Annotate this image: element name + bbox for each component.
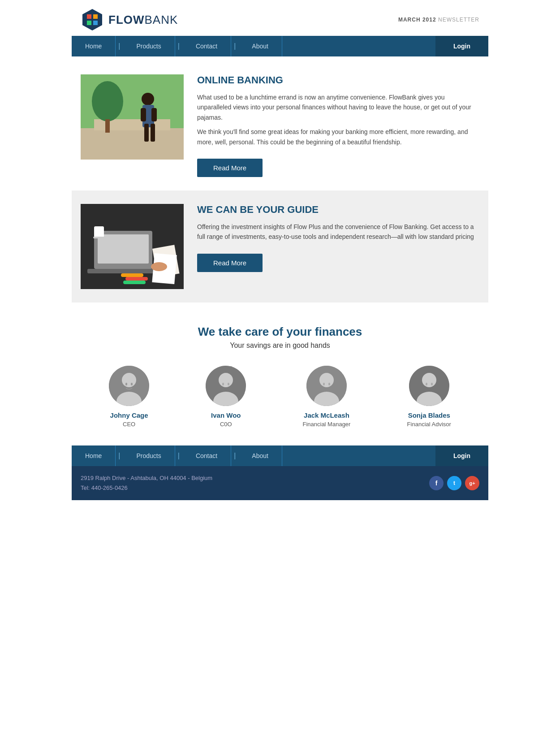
- svg-rect-15: [105, 119, 110, 133]
- read-more-button-2[interactable]: Read More: [197, 254, 263, 272]
- article-2-body: WE CAN BE YOUR GUIDE Offering the invest…: [197, 204, 479, 272]
- logo-text: FLOWBANK: [108, 13, 178, 27]
- footer-sep-2: |: [175, 445, 182, 466]
- team-avatar-0: [109, 366, 149, 406]
- svg-rect-37: [228, 383, 229, 385]
- team-role-0: CEO: [123, 421, 135, 428]
- svg-point-39: [319, 373, 334, 387]
- svg-rect-36: [222, 383, 224, 385]
- page-header: FLOWBANK MARCH 2012 NEWSLETTER: [72, 0, 488, 36]
- team-avatar-2: [306, 366, 347, 406]
- svg-rect-23: [125, 277, 148, 281]
- googleplus-icon[interactable]: g+: [465, 476, 479, 490]
- team-role-2: Financial Manager: [302, 421, 350, 428]
- svg-rect-22: [121, 273, 143, 277]
- article-guide: WE CAN BE YOUR GUIDE Offering the invest…: [72, 190, 488, 303]
- team-role-1: C0O: [220, 421, 232, 428]
- footer-nav-about[interactable]: About: [238, 445, 282, 466]
- footer-nav-contact[interactable]: Contact: [182, 445, 231, 466]
- content-area: ONLINE BANKING What used to be a lunchti…: [72, 56, 488, 307]
- article-2-image: [81, 204, 184, 289]
- footer-nav-products[interactable]: Products: [123, 445, 175, 466]
- svg-rect-27: [93, 237, 105, 238]
- svg-rect-19: [87, 269, 159, 273]
- svg-point-14: [92, 81, 123, 121]
- svg-rect-4: [93, 21, 98, 25]
- team-name-1: Ivan Woo: [211, 411, 241, 419]
- footer-sep-3: |: [231, 445, 238, 466]
- team-member-3: Sonja Blades Financial Advisor: [407, 366, 451, 428]
- team-name-0: Johny Cage: [110, 411, 148, 419]
- team-title: We take care of your finances: [81, 325, 479, 339]
- svg-rect-13: [151, 108, 157, 121]
- nav-items: Home | Products | Contact | About: [72, 36, 435, 56]
- svg-rect-41: [323, 383, 325, 385]
- svg-point-29: [122, 373, 136, 387]
- svg-rect-46: [426, 383, 427, 385]
- svg-rect-42: [328, 383, 330, 385]
- svg-point-44: [422, 373, 436, 387]
- main-nav: Home | Products | Contact | About Login: [72, 36, 488, 56]
- svg-point-34: [219, 373, 233, 387]
- nav-sep-3: |: [231, 36, 238, 56]
- svg-rect-31: [125, 383, 127, 385]
- svg-marker-0: [82, 9, 102, 30]
- article-2-title: WE CAN BE YOUR GUIDE: [197, 204, 479, 216]
- team-avatar-3: [409, 366, 449, 406]
- svg-rect-12: [141, 108, 146, 121]
- team-role-3: Financial Advisor: [407, 421, 451, 428]
- article-1-image: [81, 74, 184, 160]
- team-name-2: Jack McLeash: [304, 411, 349, 419]
- article-1-text2: We think you'll find some great ideas fo…: [197, 127, 479, 147]
- nav-login[interactable]: Login: [435, 36, 488, 56]
- article-online-banking: ONLINE BANKING What used to be a lunchti…: [72, 61, 488, 190]
- svg-rect-6: [81, 128, 184, 160]
- article-2-text1: Offering the investment insights of Flow…: [197, 222, 479, 242]
- footer-address: 2919 Ralph Drive - Ashtabula, OH 44004 -…: [81, 473, 212, 493]
- svg-rect-26: [94, 226, 104, 238]
- article-1-title: ONLINE BANKING: [197, 74, 479, 86]
- svg-rect-32: [131, 383, 133, 385]
- svg-rect-2: [93, 14, 98, 19]
- svg-point-25: [151, 262, 167, 271]
- footer-bottom: 2919 Ralph Drive - Ashtabula, OH 44004 -…: [72, 466, 488, 500]
- article-1-body: ONLINE BANKING What used to be a lunchti…: [197, 74, 479, 177]
- footer-nav: Home | Products | Contact | About Login: [72, 445, 488, 466]
- team-member-1: Ivan Woo C0O: [206, 366, 246, 428]
- footer-sep-1: |: [116, 445, 123, 466]
- svg-rect-47: [431, 383, 433, 385]
- svg-point-8: [142, 93, 154, 105]
- team-name-3: Sonja Blades: [408, 411, 450, 419]
- footer-login[interactable]: Login: [435, 445, 488, 466]
- nav-sep-1: |: [116, 36, 123, 56]
- svg-rect-24: [123, 281, 146, 284]
- team-subtitle: Your savings are in good hands: [81, 342, 479, 350]
- svg-rect-10: [144, 124, 149, 142]
- logo: FLOWBANK: [81, 8, 178, 31]
- svg-rect-11: [151, 124, 155, 142]
- team-member-2: Jack McLeash Financial Manager: [302, 366, 350, 428]
- nav-products[interactable]: Products: [123, 36, 175, 56]
- team-members: Johny Cage CEO Ivan Woo C0O: [81, 366, 479, 428]
- team-avatar-1: [206, 366, 246, 406]
- social-icons: f t g+: [429, 476, 479, 490]
- nav-home[interactable]: Home: [72, 36, 116, 56]
- svg-rect-3: [87, 21, 91, 25]
- footer-nav-home[interactable]: Home: [72, 445, 116, 466]
- nav-sep-2: |: [175, 36, 182, 56]
- read-more-button-1[interactable]: Read More: [197, 159, 263, 177]
- facebook-icon[interactable]: f: [429, 476, 444, 490]
- svg-rect-1: [87, 14, 91, 19]
- team-member-0: Johny Cage CEO: [109, 366, 149, 428]
- twitter-icon[interactable]: t: [447, 476, 461, 490]
- article-1-text1: What used to be a lunchtime errand is no…: [197, 92, 479, 122]
- nav-about[interactable]: About: [238, 36, 282, 56]
- newsletter-label: MARCH 2012 NEWSLETTER: [398, 17, 479, 23]
- team-section: We take care of your finances Your savin…: [72, 307, 488, 445]
- footer-nav-items: Home | Products | Contact | About: [72, 445, 435, 466]
- nav-contact[interactable]: Contact: [182, 36, 231, 56]
- svg-rect-18: [98, 234, 149, 264]
- logo-icon: [81, 8, 104, 31]
